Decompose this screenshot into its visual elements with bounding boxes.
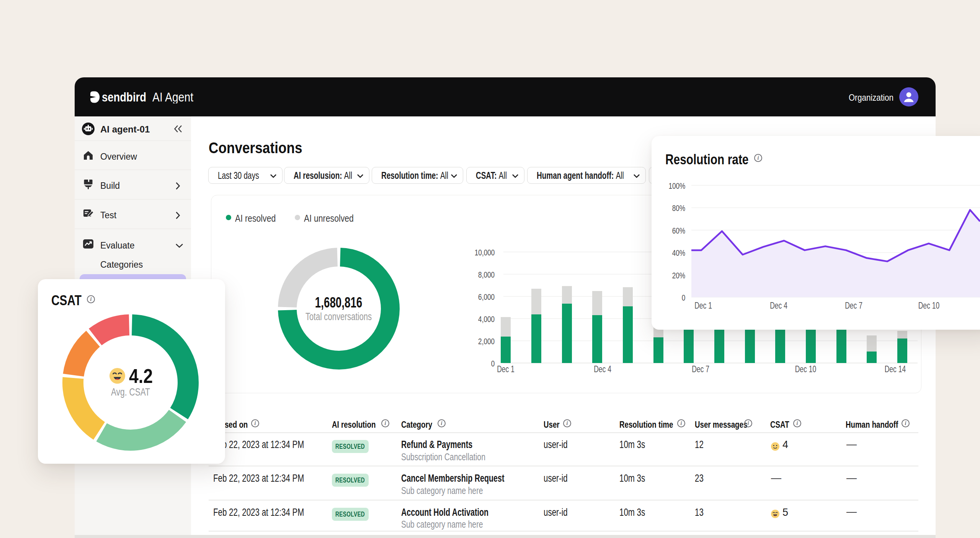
svg-text:sendbird: sendbird — [102, 91, 146, 103]
svg-text:AI Agent: AI Agent — [152, 91, 193, 103]
